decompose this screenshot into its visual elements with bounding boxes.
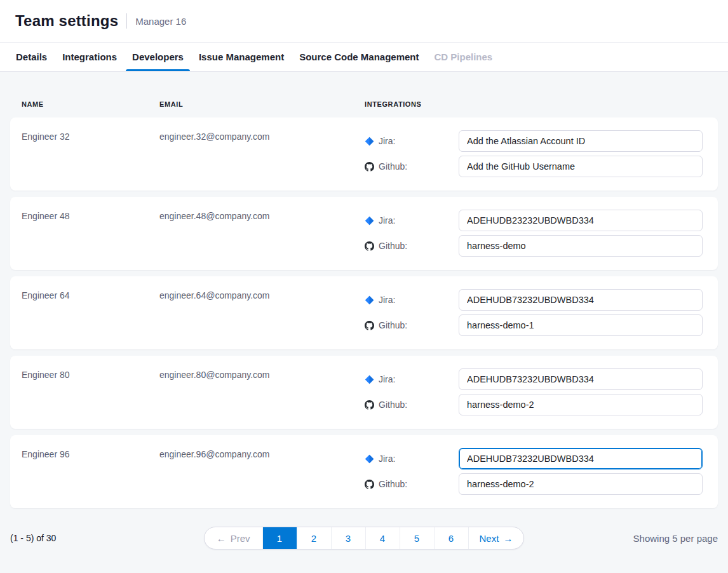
integrations-cell: Jira: Github:	[365, 448, 706, 499]
result-range-label: (1 - 5) of 30	[10, 533, 204, 543]
jira-label: Jira:	[365, 374, 459, 384]
developer-email: engineer.96@company.com	[159, 448, 365, 499]
github-icon	[365, 480, 374, 489]
tab-details[interactable]: Details	[8, 43, 55, 71]
page-button-2[interactable]: 2	[297, 527, 331, 549]
jira-account-id-input-focused[interactable]	[459, 448, 703, 469]
column-header-integrations: INTEGRATIONS	[365, 100, 706, 118]
arrow-left-icon: ←	[217, 533, 226, 544]
jira-label: Jira:	[365, 136, 459, 146]
team-name-label: Manager 16	[135, 16, 186, 27]
developer-email: engineer.64@company.com	[159, 289, 365, 340]
github-icon	[365, 241, 374, 251]
developer-name: Engineer 96	[22, 448, 159, 499]
pagination: ← Prev 1 2 3 4 5 6 Next →	[204, 527, 525, 549]
tab-cd-pipelines: CD Pipelines	[427, 43, 501, 71]
arrow-right-icon: →	[503, 533, 513, 544]
developer-name: Engineer 32	[22, 130, 159, 181]
jira-icon	[365, 295, 374, 305]
developer-name: Engineer 64	[22, 289, 159, 340]
table-column-headers: NAME EMAIL INTEGRATIONS	[10, 72, 718, 118]
table-row: Engineer 48 engineer.48@company.com Jira…	[10, 197, 718, 270]
github-label: Github:	[365, 161, 459, 172]
developer-email: engineer.80@company.com	[159, 368, 365, 419]
tab-issue-management[interactable]: Issue Management	[191, 43, 292, 71]
column-header-email: EMAIL	[159, 100, 365, 118]
jira-label: Jira:	[365, 295, 459, 305]
pagination-footer: (1 - 5) of 30 ← Prev 1 2 3 4 5 6 Next → …	[10, 526, 718, 550]
page-button-4[interactable]: 4	[365, 527, 400, 549]
jira-icon	[365, 375, 374, 384]
github-username-input[interactable]	[459, 156, 703, 177]
next-page-button[interactable]: Next →	[468, 527, 524, 549]
table-row: Engineer 80 engineer.80@company.com Jira…	[10, 356, 718, 429]
developer-name: Engineer 80	[22, 368, 159, 419]
jira-account-id-input[interactable]	[459, 368, 703, 390]
integrations-cell: Jira: Github:	[365, 210, 706, 260]
page-title: Team settings	[15, 12, 118, 30]
jira-icon	[365, 137, 374, 146]
jira-account-id-input[interactable]	[459, 130, 703, 152]
jira-label: Jira:	[365, 215, 459, 226]
tab-source-code-management[interactable]: Source Code Management	[292, 43, 426, 71]
table-row: Engineer 96 engineer.96@company.com Jira…	[10, 435, 718, 508]
per-page-label: Showing 5 per page	[524, 533, 718, 544]
github-username-input[interactable]	[459, 394, 703, 415]
tab-integrations[interactable]: Integrations	[55, 43, 125, 71]
page-button-6[interactable]: 6	[434, 527, 468, 549]
table-row: Engineer 64 engineer.64@company.com Jira…	[10, 276, 718, 349]
tab-bar: Details Integrations Developers Issue Ma…	[0, 43, 728, 72]
jira-account-id-input[interactable]	[459, 289, 703, 311]
github-label: Github:	[365, 320, 459, 330]
developer-email: engineer.32@company.com	[159, 130, 365, 181]
column-header-name: NAME	[22, 100, 159, 118]
github-label: Github:	[365, 241, 459, 251]
table-row: Engineer 32 engineer.32@company.com Jira…	[10, 118, 718, 191]
jira-label: Jira:	[365, 454, 459, 464]
page-button-5[interactable]: 5	[400, 527, 434, 549]
github-label: Github:	[365, 400, 459, 410]
github-username-input[interactable]	[459, 314, 703, 336]
github-icon	[365, 400, 374, 410]
integrations-cell: Jira: Github:	[365, 289, 706, 340]
page-button-1[interactable]: 1	[262, 527, 297, 549]
jira-icon	[365, 216, 374, 226]
tab-developers[interactable]: Developers	[125, 43, 191, 71]
developer-email: engineer.48@company.com	[159, 210, 365, 260]
github-label: Github:	[365, 479, 459, 489]
jira-account-id-input[interactable]	[459, 210, 703, 231]
title-divider	[126, 13, 127, 29]
integrations-cell: Jira: Github:	[365, 130, 706, 181]
jira-icon	[365, 454, 374, 464]
prev-page-button[interactable]: ← Prev	[205, 527, 262, 549]
developer-name: Engineer 48	[22, 210, 159, 260]
github-username-input[interactable]	[459, 473, 703, 495]
github-username-input[interactable]	[459, 235, 703, 257]
integrations-cell: Jira: Github:	[365, 368, 706, 419]
github-icon	[365, 162, 374, 172]
github-icon	[365, 321, 374, 330]
page-button-3[interactable]: 3	[331, 527, 365, 549]
page-header: Team settings Manager 16	[0, 0, 728, 43]
